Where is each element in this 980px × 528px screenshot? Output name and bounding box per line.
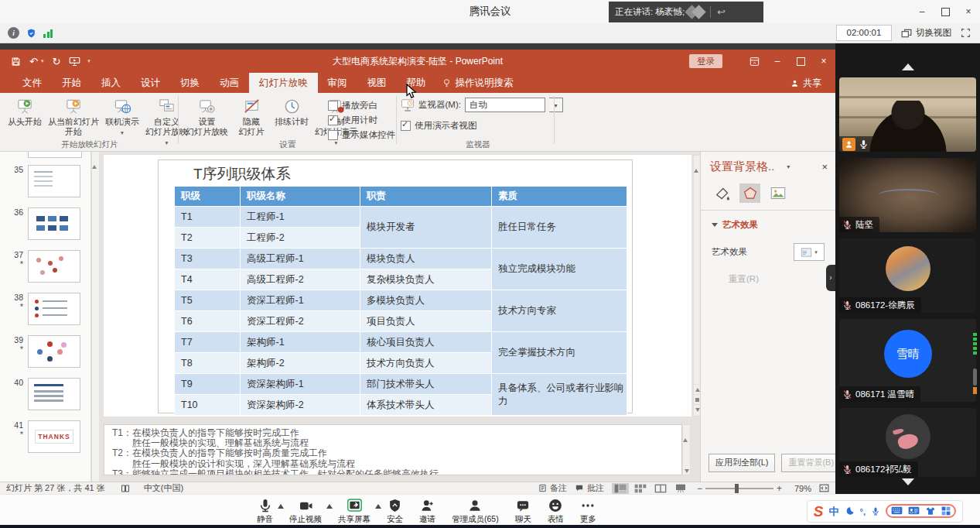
ime-punct-toggle[interactable]: °, bbox=[860, 507, 866, 516]
participants-scroll-up[interactable] bbox=[835, 63, 980, 70]
slide-thumbnail[interactable] bbox=[28, 293, 80, 325]
slide-thumbnail[interactable] bbox=[28, 207, 80, 240]
slide-thumbnail[interactable] bbox=[28, 335, 80, 368]
ribbon-tab[interactable]: 动画 bbox=[210, 73, 249, 93]
ime-mic-icon[interactable] bbox=[871, 506, 880, 516]
slide-thumbnail-item[interactable]: 40 bbox=[0, 378, 90, 410]
toolbar-button[interactable]: 管理成员(65) bbox=[452, 497, 499, 525]
checkbox-icon[interactable] bbox=[328, 130, 338, 140]
toolbar-button[interactable]: 表情 bbox=[548, 497, 564, 525]
fullscreen-icon[interactable] bbox=[961, 28, 971, 38]
fill-bucket-icon[interactable] bbox=[712, 183, 732, 203]
ribbon-button[interactable]: 从头开始 bbox=[5, 94, 45, 129]
sogou-logo-icon[interactable]: S bbox=[814, 504, 824, 519]
slide-thumbnail[interactable] bbox=[28, 378, 80, 410]
presenter-view-checkbox[interactable]: 使用演示者视图 bbox=[401, 119, 563, 132]
ribbon-tab[interactable]: 设计 bbox=[131, 73, 170, 93]
slide-canvas[interactable]: T序列职级体系 职级职级名称职责素质 T1工程师-1模块开发者胜任日常任务T2工… bbox=[104, 155, 691, 417]
ribbon-tab[interactable]: 文件 bbox=[12, 73, 52, 93]
slide-thumbnail-item[interactable]: 36 bbox=[0, 207, 90, 240]
toolbar-button[interactable]: 共享屏幕 bbox=[338, 497, 370, 525]
section-collapse-icon[interactable] bbox=[712, 223, 718, 227]
zoom-in-button[interactable]: + bbox=[777, 483, 782, 494]
minimize-button[interactable]: – bbox=[910, 0, 934, 23]
ribbon-button[interactable]: 隐藏 幻灯片 bbox=[231, 94, 271, 139]
login-button[interactable]: 登录 bbox=[689, 54, 722, 68]
slide-thumbnail-item[interactable]: 39* bbox=[0, 335, 90, 368]
ppt-restore-button[interactable] bbox=[789, 50, 812, 73]
ribbon-tab[interactable]: 切换 bbox=[170, 73, 210, 93]
ribbon-tab[interactable]: 审阅 bbox=[318, 73, 357, 93]
checkbox-icon[interactable] bbox=[328, 101, 338, 111]
reply-arrow-icon[interactable]: ↩ bbox=[717, 7, 726, 17]
chevron-down-icon[interactable]: ▾ bbox=[549, 98, 563, 112]
save-icon[interactable] bbox=[11, 57, 21, 67]
slide-thumbnails-panel[interactable]: 35 36 37* bbox=[0, 152, 91, 482]
ime-mode-toggle[interactable]: 中 bbox=[829, 505, 839, 519]
notes-pane[interactable]: T1：在模块负责人的指导下能够按时完成工作 胜任一般模块的实现、理解基础系统与流… bbox=[104, 424, 682, 475]
undo-dropdown-icon[interactable]: ▾ bbox=[41, 58, 44, 64]
artistic-effects-dropdown[interactable]: ▾ bbox=[794, 243, 825, 261]
toolbar-button[interactable]: 安全 bbox=[387, 497, 403, 525]
ribbon-tab[interactable]: 插入 bbox=[91, 73, 131, 93]
idcard-icon[interactable] bbox=[908, 506, 920, 515]
participant-tile[interactable]: 086172祁弘毅 bbox=[839, 408, 976, 477]
reading-view-button[interactable] bbox=[652, 483, 669, 494]
ppt-close-button[interactable]: × bbox=[812, 50, 835, 73]
panel-close-icon[interactable]: × bbox=[821, 161, 828, 173]
slide-thumbnail-item[interactable]: 41* THANKS bbox=[0, 420, 90, 453]
participant-tile[interactable]: 郭明晶 bbox=[839, 77, 976, 152]
qat-customize-icon[interactable]: ▾ bbox=[87, 58, 90, 64]
slide-thumbnail[interactable] bbox=[28, 165, 80, 197]
language-indicator[interactable]: 中文(中国) bbox=[144, 482, 183, 494]
ribbon-checkbox[interactable]: 播放旁白 bbox=[328, 99, 395, 111]
shield-icon[interactable] bbox=[26, 28, 36, 39]
ribbon-button[interactable]: 从当前幻灯片 开始 bbox=[45, 94, 102, 139]
toolbar-button[interactable]: 停止视频 bbox=[289, 497, 322, 525]
ribbon-tab[interactable]: 幻灯片放映 bbox=[249, 73, 318, 93]
zoom-slider[interactable] bbox=[705, 488, 773, 489]
skin-shirt-icon[interactable] bbox=[925, 506, 936, 516]
tell-me-search[interactable]: 操作说明搜索 bbox=[442, 73, 514, 93]
ribbon-checkbox[interactable]: 使用计时 bbox=[328, 114, 395, 126]
ppt-share-button[interactable]: 共享 bbox=[790, 73, 821, 93]
ribbon-tab[interactable]: 视图 bbox=[357, 73, 397, 93]
participants-scrollbar-thumb[interactable] bbox=[973, 369, 977, 386]
toolbar-button[interactable]: 邀请 bbox=[419, 497, 435, 525]
zoom-level[interactable]: 79% bbox=[790, 484, 811, 493]
participants-scroll-down[interactable] bbox=[835, 478, 980, 485]
checkbox-icon[interactable] bbox=[401, 121, 411, 131]
close-button[interactable]: × bbox=[957, 0, 980, 23]
ribbon-tab[interactable]: 开始 bbox=[52, 73, 91, 93]
slide-sorter-view-button[interactable] bbox=[632, 483, 649, 494]
zoom-slider-thumb[interactable] bbox=[735, 484, 739, 493]
undo-icon[interactable]: ↶ bbox=[29, 57, 38, 67]
checkbox-icon[interactable] bbox=[328, 115, 338, 125]
toolbox-grid-icon[interactable] bbox=[941, 506, 951, 516]
notes-toggle[interactable]: 备注 bbox=[538, 482, 567, 494]
slideshow-view-button[interactable] bbox=[672, 483, 689, 494]
zoom-out-button[interactable]: − bbox=[697, 483, 702, 494]
apply-to-all-button[interactable]: 应用到全部(L) bbox=[709, 454, 775, 472]
slideshow-icon[interactable] bbox=[69, 57, 80, 67]
switch-view-button[interactable]: 切换视图 bbox=[901, 27, 951, 39]
slide-thumbnail-item[interactable]: 38* bbox=[0, 293, 90, 325]
effects-pentagon-icon[interactable] bbox=[739, 183, 760, 203]
slide-thumbnail-item[interactable]: 37* bbox=[0, 250, 90, 283]
sidebar-collapse-handle[interactable]: › bbox=[826, 265, 835, 291]
monitor-select[interactable]: 自动 bbox=[465, 98, 545, 112]
info-icon[interactable]: i bbox=[8, 27, 19, 39]
comments-toggle[interactable]: 批注 bbox=[575, 482, 604, 494]
fit-slide-icon[interactable] bbox=[819, 484, 829, 492]
keyboard-icon[interactable] bbox=[891, 506, 903, 515]
moon-icon[interactable] bbox=[845, 506, 855, 516]
toolbar-button[interactable]: 聊天 bbox=[515, 497, 531, 525]
slide-thumbnail[interactable] bbox=[28, 250, 80, 283]
normal-view-button[interactable] bbox=[612, 483, 629, 494]
caret-up-icon[interactable] bbox=[326, 504, 333, 509]
slide-thumbnail[interactable]: THANKS bbox=[28, 420, 80, 453]
spellcheck-icon[interactable] bbox=[121, 484, 130, 493]
participant-tile[interactable]: 086172-徐腾辰 bbox=[839, 238, 976, 313]
participant-tile[interactable]: 陆坚 bbox=[839, 158, 976, 232]
toolbar-button[interactable]: 静音 bbox=[257, 497, 273, 525]
